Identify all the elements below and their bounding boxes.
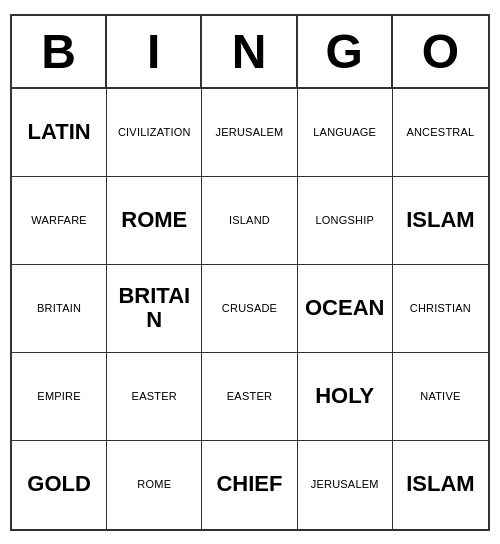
bingo-cell: WARFARE [12,177,107,265]
cell-text: JERUSALEM [215,126,283,138]
cell-text: ANCESTRAL [406,126,474,138]
cell-text: BRITAIN [111,284,197,332]
header-letter: O [393,16,488,87]
header-letter: I [107,16,202,87]
cell-text: ROME [137,478,171,490]
bingo-cell: ISLAM [393,441,488,529]
bingo-cell: ANCESTRAL [393,89,488,177]
bingo-cell: JERUSALEM [298,441,393,529]
cell-text: CHIEF [216,472,282,496]
bingo-cell: CHIEF [202,441,297,529]
bingo-cell: CHRISTIAN [393,265,488,353]
cell-text: CRUSADE [222,302,277,314]
bingo-cell: ROME [107,177,202,265]
bingo-card: BINGO LATINCIVILIZATIONJERUSALEMLANGUAGE… [10,14,490,531]
bingo-cell: JERUSALEM [202,89,297,177]
bingo-grid: LATINCIVILIZATIONJERUSALEMLANGUAGEANCEST… [12,89,488,529]
bingo-cell: ROME [107,441,202,529]
bingo-cell: HOLY [298,353,393,441]
cell-text: ISLAND [229,214,270,226]
bingo-cell: EASTER [107,353,202,441]
bingo-cell: OCEAN [298,265,393,353]
bingo-cell: CIVILIZATION [107,89,202,177]
bingo-cell: ISLAND [202,177,297,265]
cell-text: OCEAN [305,296,384,320]
cell-text: GOLD [27,472,91,496]
bingo-cell: BRITAIN [107,265,202,353]
cell-text: JERUSALEM [311,478,379,490]
bingo-cell: CRUSADE [202,265,297,353]
cell-text: ROME [121,208,187,232]
bingo-cell: NATIVE [393,353,488,441]
cell-text: EASTER [132,390,177,402]
cell-text: NATIVE [420,390,460,402]
bingo-cell: BRITAIN [12,265,107,353]
cell-text: LONGSHIP [315,214,374,226]
bingo-cell: GOLD [12,441,107,529]
cell-text: HOLY [315,384,374,408]
cell-text: WARFARE [31,214,87,226]
cell-text: LATIN [28,120,91,144]
bingo-cell: EASTER [202,353,297,441]
bingo-cell: LANGUAGE [298,89,393,177]
bingo-header: BINGO [12,16,488,89]
bingo-cell: ISLAM [393,177,488,265]
bingo-cell: LONGSHIP [298,177,393,265]
cell-text: LANGUAGE [313,126,376,138]
cell-text: CIVILIZATION [118,126,191,138]
bingo-cell: LATIN [12,89,107,177]
cell-text: EMPIRE [37,390,81,402]
cell-text: CHRISTIAN [410,302,471,314]
header-letter: N [202,16,297,87]
bingo-cell: EMPIRE [12,353,107,441]
cell-text: ISLAM [406,208,474,232]
cell-text: ISLAM [406,472,474,496]
cell-text: EASTER [227,390,272,402]
header-letter: G [298,16,393,87]
header-letter: B [12,16,107,87]
cell-text: BRITAIN [37,302,81,314]
